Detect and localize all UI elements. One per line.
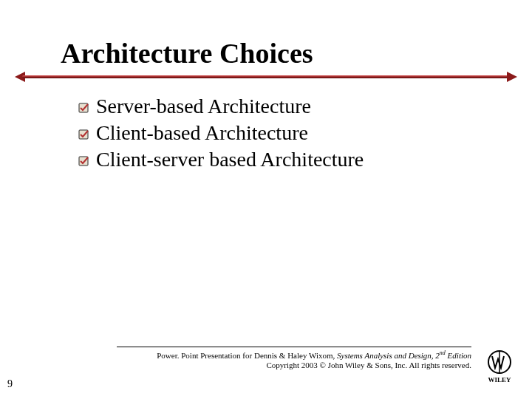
- bullet-text: Client-based Architecture: [96, 121, 308, 145]
- divider-arrow-right-icon: [507, 72, 517, 82]
- footer-line-1: Power. Point Presentation for Dennis & H…: [117, 349, 471, 361]
- bullet-list: Server-based Architecture Client-based A…: [78, 95, 364, 174]
- checkbox-icon: [78, 103, 89, 113]
- slide-title: Architecture Choices: [61, 37, 313, 69]
- footer-line-2: Copyright 2003 © John Wiley & Sons, Inc.…: [117, 361, 471, 371]
- footer-credit: Power. Point Presentation for Dennis & H…: [117, 349, 471, 371]
- list-item: Client-based Architecture: [78, 121, 364, 145]
- footer-prefix: Power. Point Presentation for Dennis & H…: [157, 351, 337, 360]
- footer-divider: [117, 347, 471, 347]
- footer-edition-suffix: nd: [440, 349, 446, 356]
- divider-line: [22, 75, 510, 78]
- bullet-text: Client-server based Architecture: [96, 148, 364, 171]
- list-item: Client-server based Architecture: [78, 148, 364, 171]
- bullet-text: Server-based Architecture: [96, 95, 311, 118]
- page-number: 9: [7, 378, 13, 390]
- wiley-logo: WILEY: [482, 349, 517, 384]
- slide: Architecture Choices Server-based Archit…: [0, 0, 532, 399]
- footer-book-title: Systems Analysis and Design,: [337, 351, 435, 360]
- list-item: Server-based Architecture: [78, 95, 364, 118]
- svg-text:WILEY: WILEY: [488, 376, 511, 383]
- footer-edition-word: Edition: [446, 351, 471, 360]
- checkbox-icon: [78, 156, 89, 166]
- checkbox-icon: [78, 129, 89, 140]
- title-divider: [22, 75, 510, 78]
